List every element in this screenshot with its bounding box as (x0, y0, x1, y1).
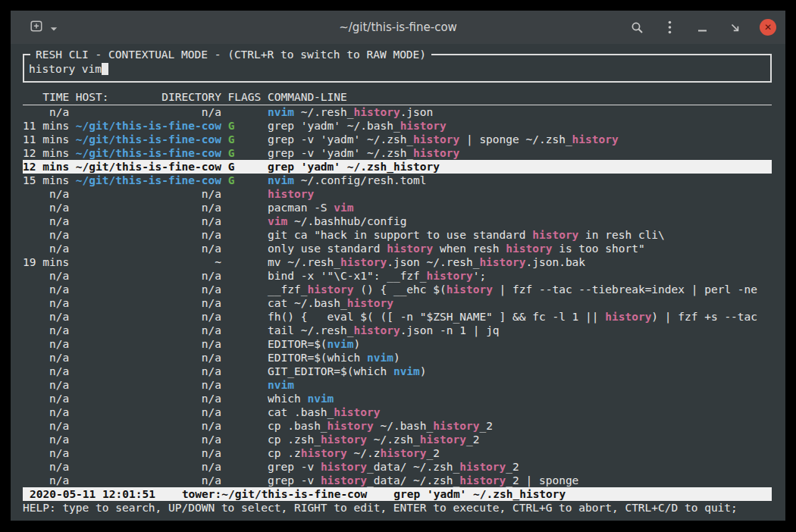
history-row[interactable]: 15 mins ~/git/this-is-fine-cow G nvim ~/… (23, 174, 772, 187)
history-row[interactable]: n/a n/a grep -v history_data/ ~/.zsh_his… (23, 460, 772, 474)
status-location: tower:~/git/this-is-fine-cow (182, 487, 367, 501)
minimize-button[interactable] (694, 18, 710, 36)
history-row[interactable]: n/a n/a pacman -S vim (23, 201, 772, 214)
chevron-down-icon[interactable] (50, 20, 58, 35)
history-row[interactable]: n/a n/a bind -x '"\C-x1": __fzf_history'… (23, 269, 772, 283)
new-tab-icon (30, 20, 43, 36)
close-icon: ✕ (764, 22, 772, 33)
history-row[interactable]: n/a n/a nvim (23, 378, 772, 392)
history-row[interactable]: 12 mins ~/git/this-is-fine-cow G grep -v… (23, 146, 772, 160)
history-row[interactable]: n/a n/a cp .zhistory ~/.zhistory_2 (23, 446, 772, 460)
history-row-selected[interactable]: 12 mins ~/git/this-is-fine-cow G grep 'y… (23, 160, 772, 174)
history-row[interactable]: n/a n/a cat ~/.bash_history (23, 296, 772, 310)
history-row[interactable]: 19 mins ~ mv ~/.resh_history.json ~/.res… (23, 255, 772, 269)
history-row[interactable]: 11 mins ~/git/this-is-fine-cow G grep -v… (23, 133, 772, 146)
search-icon (631, 21, 644, 34)
status-timestamp: 2020-05-11 12:01:51 (30, 487, 155, 501)
kebab-menu-icon (668, 20, 672, 34)
history-row[interactable]: n/a n/a cp .zsh_history ~/.zsh_history_2 (23, 433, 772, 446)
restore-icon (729, 22, 741, 33)
history-row[interactable]: n/a n/a GIT_EDITOR=$(which nvim) (23, 365, 772, 378)
text-cursor (102, 63, 108, 75)
query-box[interactable]: RESH CLI - CONTEXTUAL MODE - (CTRL+R to … (23, 54, 772, 83)
history-list: n/a n/a nvim ~/.resh_history.json11 mins… (23, 105, 772, 487)
minimize-icon (697, 22, 707, 33)
search-button[interactable] (629, 18, 644, 36)
query-box-title: RESH CLI - CONTEXTUAL MODE - (CTRL+R to … (30, 48, 431, 61)
history-row[interactable]: n/a n/a vim ~/.bashhub/config (23, 214, 772, 228)
history-row[interactable]: n/a n/a nvim ~/.resh_history.json (23, 105, 772, 119)
history-row[interactable]: n/a n/a __fzf_history () { __ehc $(histo… (23, 283, 772, 296)
history-header: TIME HOST: DIRECTORY FLAGS COMMAND-LINE (23, 90, 772, 105)
screen: ~/git/this-is-fine-cow ✕ (0, 0, 796, 532)
terminal-window: ~/git/this-is-fine-cow ✕ (11, 11, 785, 521)
terminal: RESH CLI - CONTEXTUAL MODE - (CTRL+R to … (11, 44, 785, 521)
close-button[interactable]: ✕ (760, 19, 776, 36)
history-row[interactable]: n/a n/a grep -v history_data/ ~/.zsh_his… (23, 474, 772, 487)
menu-button[interactable] (662, 18, 677, 36)
history-row[interactable]: n/a n/a fh() { eval $( ([ -n "$ZSH_NAME"… (23, 310, 772, 324)
history-row[interactable]: n/a n/a EDITOR=$(which nvim) (23, 351, 772, 365)
history-row[interactable]: n/a n/a which nvim (23, 392, 772, 405)
history-row[interactable]: n/a n/a cat .bash_history (23, 405, 772, 419)
status-command: grep 'yadm' ~/.zsh_history (393, 487, 566, 501)
history-row[interactable]: n/a n/a cp .bash_history ~/.bash_history… (23, 419, 772, 433)
history-row[interactable]: n/a n/a EDITOR=$(nvim) (23, 337, 772, 351)
restore-button[interactable] (727, 18, 742, 36)
history-row[interactable]: n/a n/a only use standard history when r… (23, 242, 772, 255)
new-tab-button[interactable] (30, 20, 58, 36)
history-row[interactable]: n/a n/a history (23, 187, 772, 201)
query-text: history vim (29, 63, 102, 75)
history-row[interactable]: n/a n/a git ca "hack in support to use s… (23, 228, 772, 242)
history-row[interactable]: 11 mins ~/git/this-is-fine-cow G grep 'y… (23, 119, 772, 133)
help-line: HELP: type to search, UP/DOWN to select,… (23, 501, 772, 515)
history-row[interactable]: n/a n/a tail ~/.resh_history.json -n 1 |… (23, 324, 772, 337)
status-bar: 2020-05-11 12:01:51 tower:~/git/this-is-… (23, 487, 772, 501)
titlebar: ~/git/this-is-fine-cow ✕ (11, 11, 785, 44)
